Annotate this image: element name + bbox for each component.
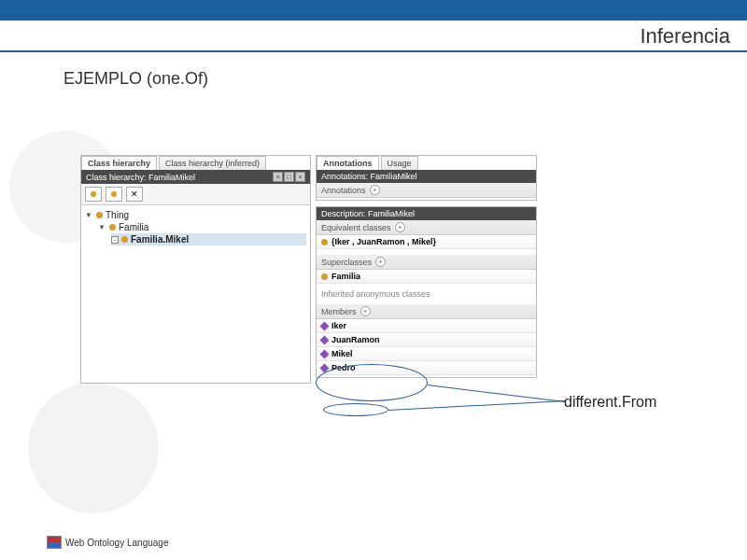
equiv-row[interactable]: {Iker , JuanRamon , Mikel} — [317, 235, 536, 249]
annotations-header-bar: Annotations: FamiliaMikel — [317, 170, 536, 183]
description-section: Description: FamiliaMikel Equivalent cla… — [316, 206, 537, 378]
add-icon[interactable]: + — [375, 257, 386, 267]
footer-logo-icon — [47, 536, 62, 549]
tree-label: Thing — [106, 210, 129, 220]
delete-class-button[interactable]: ✕ — [126, 187, 143, 202]
left-panel-header: Class hierarchy: FamiliaMikel ≡ □ × — [81, 170, 310, 184]
add-icon[interactable]: + — [370, 185, 380, 195]
class-icon — [321, 239, 328, 245]
member-row[interactable]: JuanRamon — [317, 333, 536, 347]
tab-class-hierarchy[interactable]: Class hierarchy — [81, 156, 157, 170]
class-hierarchy-panel: Class hierarchy Class hierarchy (inferre… — [80, 155, 311, 384]
top-stripe — [0, 0, 747, 21]
class-tree[interactable]: ▼ Thing ▼ Familia - Familia.Mikel — [81, 205, 310, 320]
collapse-icon[interactable]: - — [111, 236, 119, 244]
members-label: Members — [321, 307, 357, 316]
individual-icon — [320, 335, 330, 344]
callout-line — [388, 400, 566, 411]
member-value: JuanRamon — [331, 335, 380, 344]
callout-circle — [323, 403, 388, 416]
annotations-section: Annotations Usage Annotations: FamiliaMi… — [316, 155, 537, 201]
tree-toolbar: ✕ — [81, 184, 310, 205]
slide-subtitle: EJEMPLO (one.Of) — [0, 52, 747, 89]
member-row[interactable]: Pedro — [317, 361, 536, 375]
panel-control-icon[interactable]: □ — [284, 172, 294, 182]
member-value: Iker — [331, 321, 346, 330]
tab-class-hierarchy-inferred[interactable]: Class hierarchy (inferred) — [159, 156, 266, 170]
annotations-title: Annotations: FamiliaMikel — [321, 172, 417, 181]
individual-icon — [320, 321, 330, 330]
individual-icon — [320, 349, 330, 358]
member-value: Pedro — [331, 363, 356, 372]
footer-text: Web Ontology Language — [65, 538, 168, 548]
tree-row-thing[interactable]: ▼ Thing — [85, 209, 306, 221]
add-icon[interactable]: + — [395, 222, 405, 232]
class-icon — [321, 273, 328, 280]
individual-icon — [320, 363, 330, 372]
description-panel: Annotations Usage Annotations: FamiliaMi… — [316, 155, 537, 384]
panel-control-icon[interactable]: × — [295, 172, 305, 182]
super-label: Superclasses — [321, 258, 372, 267]
class-icon — [109, 224, 116, 231]
annotation-label: different.From — [564, 394, 656, 411]
slide-title: Inferencia — [0, 21, 747, 52]
equiv-label: Equivalent classes — [321, 223, 391, 232]
panel-control-icon[interactable]: ≡ — [273, 172, 283, 182]
expand-icon[interactable]: ▼ — [85, 211, 93, 219]
tree-label: Familia — [119, 222, 148, 232]
left-tabs: Class hierarchy Class hierarchy (inferre… — [81, 156, 310, 170]
footer: Web Ontology Language — [47, 536, 168, 549]
bg-decoration — [28, 383, 159, 513]
callout-line — [428, 385, 565, 402]
member-row[interactable]: Iker — [317, 319, 536, 333]
equiv-value: {Iker , JuanRamon , Mikel} — [331, 237, 436, 246]
add-subclass-button[interactable] — [85, 187, 102, 202]
add-sibling-button[interactable] — [106, 187, 122, 202]
equivalent-classes-head: Equivalent classes + — [317, 220, 536, 235]
tree-row-familiamikel[interactable]: - Familia.Mikel — [111, 233, 306, 245]
class-icon — [96, 212, 103, 218]
members-head: Members + — [317, 304, 536, 319]
tree-label: Familia.Mikel — [131, 234, 189, 245]
tab-usage[interactable]: Usage — [381, 156, 418, 170]
add-icon[interactable]: + — [360, 306, 371, 316]
member-row[interactable]: Mikel — [317, 347, 536, 361]
tree-row-familia[interactable]: ▼ Familia — [98, 221, 306, 233]
description-header-bar: Description: FamiliaMikel — [317, 207, 536, 220]
superclasses-head: Superclasses + — [317, 255, 536, 270]
protege-app: Class hierarchy Class hierarchy (inferre… — [80, 155, 537, 384]
super-row[interactable]: Familia — [317, 270, 536, 284]
class-icon — [121, 236, 128, 243]
description-title: Description: FamiliaMikel — [321, 209, 415, 218]
annotations-head: Annotations + — [317, 183, 536, 198]
left-panel-title: Class hierarchy: FamiliaMikel — [86, 173, 195, 182]
expand-icon[interactable]: ▼ — [98, 223, 106, 231]
annotations-label: Annotations — [321, 186, 366, 195]
inherited-head: Inherited anonymous classes — [317, 284, 536, 304]
tab-annotations[interactable]: Annotations — [317, 156, 379, 170]
super-value: Familia — [331, 272, 360, 281]
member-value: Mikel — [331, 349, 353, 358]
